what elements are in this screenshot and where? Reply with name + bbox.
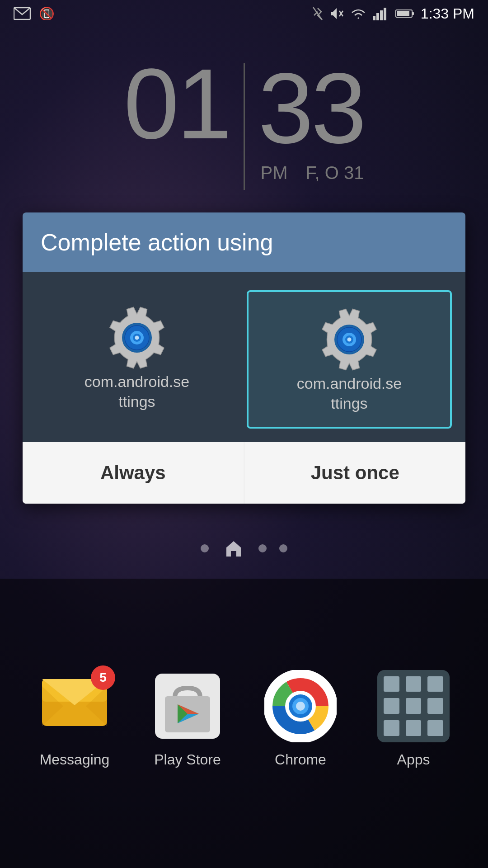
settings-gear-icon-2 [315,306,383,373]
svg-rect-12 [412,12,414,15]
battery-icon [395,9,414,19]
dock: 5 Messaging [0,579,488,868]
mute-icon [329,6,344,21]
status-bar: 📵 [0,0,488,27]
nav-dots [0,536,488,561]
app-option-1[interactable]: com.android.settings [36,290,238,429]
nav-dot-2[interactable] [258,544,267,552]
chrome-icon [264,670,337,742]
messaging-label: Messaging [40,751,110,768]
dialog-title: Complete action using [41,229,447,256]
svg-rect-8 [380,10,383,20]
svg-rect-9 [384,8,386,20]
apps-icon [377,670,450,742]
chrome-label: Chrome [275,751,326,768]
messaging-icon-wrap: 5 [38,670,111,742]
apps-label: Apps [397,751,430,768]
complete-action-dialog: Complete action using [23,212,465,504]
svg-point-22 [347,338,352,342]
clock-hours: 01 [124,54,230,154]
dialog-buttons: Always Just once [23,442,465,504]
missed-call-icon: 📵 [39,7,56,20]
status-time: 1:33 PM [421,5,474,22]
mail-icon [14,7,31,20]
svg-text:📵: 📵 [39,7,55,20]
app-option-2[interactable]: com.android.settings [247,290,452,429]
clock-minutes: 33 [258,59,365,158]
home-button[interactable] [221,536,246,561]
always-button[interactable]: Always [23,442,244,504]
clock-date: F, O 31 [306,163,364,183]
dock-item-chrome[interactable]: Chrome [264,670,337,768]
clock-divider [244,63,245,190]
status-right-icons: 1:33 PM [312,5,474,22]
status-left-icons: 📵 [14,7,56,20]
dialog-content: com.android.settings com.android [23,272,465,442]
apps-icon-wrap [377,670,450,742]
dock-item-messaging[interactable]: 5 Messaging [38,670,111,768]
bluetooth-off-icon [312,6,323,21]
svg-rect-11 [397,11,409,16]
app-option-2-label: com.android.settings [297,373,402,413]
dock-item-apps[interactable]: Apps [377,670,450,768]
svg-point-17 [135,336,139,340]
clock-right: 33 PM F, O 31 [258,54,365,183]
signal-icon [373,7,389,20]
just-once-button[interactable]: Just once [245,442,466,504]
clock-widget: 01 33 PM F, O 31 [0,54,488,190]
dialog-title-bar: Complete action using [23,212,465,272]
nav-dot-1[interactable] [201,544,209,552]
app-option-1-label: com.android.settings [84,372,189,411]
dock-item-playstore[interactable]: Play Store [151,670,224,768]
chrome-icon-wrap [264,670,337,742]
playstore-label: Play Store [154,751,221,768]
clock-period: PM [261,163,288,183]
settings-gear-icon-1 [103,304,171,372]
wifi-icon [350,7,366,20]
svg-point-39 [296,702,305,711]
svg-rect-7 [376,13,379,20]
playstore-icon-wrap [151,670,224,742]
play-store-icon [151,670,224,742]
svg-rect-6 [373,16,375,20]
nav-dot-3[interactable] [279,544,287,552]
messaging-badge: 5 [91,665,115,690]
clock-sub: PM F, O 31 [258,163,365,183]
